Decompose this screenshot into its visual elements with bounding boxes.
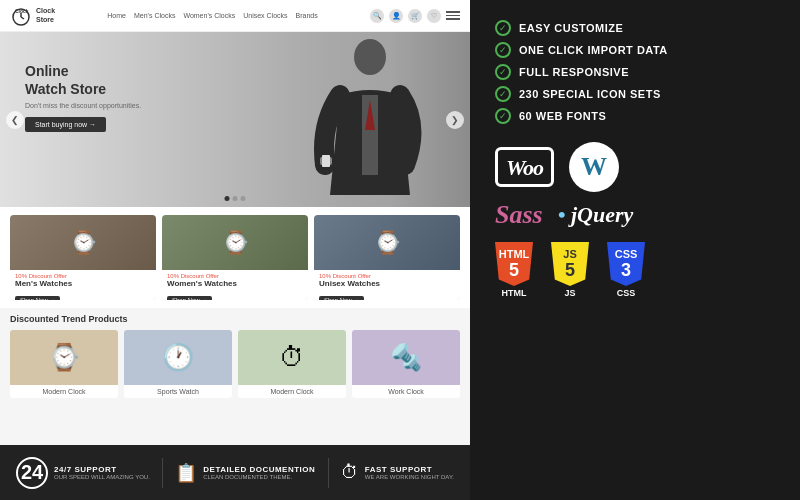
badges-row: HTML 5 HTML JS 5 JS CSS 3 CSS [495, 242, 775, 298]
support-feature: 24 24/7 SUPPORT OUR SPEED WILL AMAZING Y… [16, 457, 150, 489]
right-panel: ✓ EASY CUSTOMIZE ✓ ONE CLICK IMPORT DATA… [470, 0, 800, 500]
fastsupport-icon: ⏱ [341, 462, 359, 483]
womens-info: 10% Discount Offer Women's Watches Shop … [162, 270, 308, 300]
cart-icon[interactable]: 🛒 [408, 9, 422, 23]
mens-info: 10% Discount Offer Men's Watches Shop No… [10, 270, 156, 300]
nav-womens[interactable]: Women's Clocks [183, 12, 235, 19]
search-icon[interactable]: 🔍 [370, 9, 384, 23]
tech-logos: Woo W Sass • jQuery HTML 5 HTML [495, 142, 775, 298]
hero-person [290, 32, 450, 207]
hero-dot-1[interactable] [225, 196, 230, 201]
divider-1 [162, 458, 163, 488]
js-badge: JS 5 JS [551, 242, 589, 298]
categories-section: ⌚ 10% Discount Offer Men's Watches Shop … [0, 207, 470, 308]
feature-4: ✓ 60 WEB FONTS [495, 108, 775, 124]
hero-text: OnlineWatch Store Don't miss the discoun… [25, 62, 141, 132]
category-unisex: ⌚ 10% Discount Offer Unisex Watches Shop… [314, 215, 460, 300]
product-2-image: ⏱ [238, 330, 346, 385]
menu-icon[interactable] [446, 11, 460, 20]
feature-label-4: 60 WEB FONTS [519, 110, 606, 122]
hero-section: OnlineWatch Store Don't miss the discoun… [0, 32, 470, 207]
css3-shape: CSS 3 [607, 242, 645, 286]
nav-brands[interactable]: Brands [296, 12, 318, 19]
html5-shape: HTML 5 [495, 242, 533, 286]
docs-sub: CLEAN DOCUMENTED THEME. [203, 474, 315, 480]
sass-logo: Sass [495, 200, 543, 230]
feature-label-3: 230 SPECIAL ICON SETS [519, 88, 661, 100]
docs-icon: 📋 [175, 462, 197, 484]
logo: Clock Clock Store [10, 5, 55, 27]
product-1-name: Sports Watch [128, 388, 228, 395]
feature-list: ✓ EASY CUSTOMIZE ✓ ONE CLICK IMPORT DATA… [495, 20, 775, 124]
womens-image: ⌚ [162, 215, 308, 270]
woocommerce-logo: Woo [495, 147, 554, 187]
product-3-image: 🔩 [352, 330, 460, 385]
css3-badge: CSS 3 CSS [607, 242, 645, 298]
clock-logo-icon: Clock [10, 5, 32, 27]
hero-next-button[interactable]: ❯ [446, 111, 464, 129]
hero-indicators [225, 196, 246, 201]
svg-point-4 [354, 39, 386, 75]
womens-shop-button[interactable]: Shop Now → [167, 296, 212, 301]
unisex-image: ⌚ [314, 215, 460, 270]
fastsupport-feature: ⏱ FAST SUPPORT WE ARE WORKING NIGHT DAY. [341, 462, 454, 483]
check-icon-1: ✓ [495, 42, 511, 58]
product-0: ⌚ Modern Clock [10, 330, 118, 398]
nav-actions: 🔍 👤 🛒 ♡ [370, 9, 460, 23]
person-silhouette [310, 35, 430, 205]
docs-text: DETAILED DOCUMENTION CLEAN DOCUMENTED TH… [203, 465, 315, 480]
navigation: Clock Clock Store Home Men's Clocks Wome… [0, 0, 470, 32]
js-shape: JS 5 [551, 242, 589, 286]
product-0-name: Modern Clock [14, 388, 114, 395]
feature-3: ✓ 230 SPECIAL ICON SETS [495, 86, 775, 102]
hero-prev-button[interactable]: ❮ [6, 111, 24, 129]
product-3-name: Work Clock [356, 388, 456, 395]
css3-label: CSS [617, 288, 636, 298]
nav-unisex[interactable]: Unisex Clocks [243, 12, 287, 19]
products-section-title: Discounted Trend Products [10, 314, 460, 324]
unisex-name: Unisex Watches [319, 279, 455, 288]
fastsupport-sub: WE ARE WORKING NIGHT DAY. [365, 474, 454, 480]
woo-wp-row: Woo W [495, 142, 775, 192]
hero-dot-2[interactable] [233, 196, 238, 201]
bottom-bar: 24 24/7 SUPPORT OUR SPEED WILL AMAZING Y… [0, 445, 470, 500]
unisex-shop-button[interactable]: Shop Now → [319, 296, 364, 301]
mens-shop-button[interactable]: Shop Now → [15, 296, 60, 301]
products-row: ⌚ Modern Clock 🕐 Sports Watch ⏱ Modern C… [10, 330, 460, 398]
product-0-image: ⌚ [10, 330, 118, 385]
wordpress-logo: W [569, 142, 619, 192]
svg-rect-8 [322, 155, 330, 167]
fastsupport-title: FAST SUPPORT [365, 465, 454, 474]
24-icon: 24 [16, 457, 48, 489]
check-icon-3: ✓ [495, 86, 511, 102]
product-2: ⏱ Modern Clock [238, 330, 346, 398]
feature-0: ✓ EASY CUSTOMIZE [495, 20, 775, 36]
feature-2: ✓ FULL RESPONSIVE [495, 64, 775, 80]
feature-label-0: EASY CUSTOMIZE [519, 22, 623, 34]
user-icon[interactable]: 👤 [389, 9, 403, 23]
feature-label-1: ONE CLICK IMPORT DATA [519, 44, 668, 56]
hero-dot-3[interactable] [241, 196, 246, 201]
mens-name: Men's Watches [15, 279, 151, 288]
category-womens: ⌚ 10% Discount Offer Women's Watches Sho… [162, 215, 308, 300]
mens-image: ⌚ [10, 215, 156, 270]
feature-label-2: FULL RESPONSIVE [519, 66, 629, 78]
nav-links: Home Men's Clocks Women's Clocks Unisex … [63, 12, 362, 19]
html5-badge: HTML 5 HTML [495, 242, 533, 298]
product-3: 🔩 Work Clock [352, 330, 460, 398]
support-text: 24/7 SUPPORT OUR SPEED WILL AMAZING YOU. [54, 465, 150, 480]
sass-jquery-row: Sass • jQuery [495, 200, 775, 230]
hero-cta-button[interactable]: Start buying now → [25, 117, 106, 132]
nav-mens[interactable]: Men's Clocks [134, 12, 175, 19]
nav-home[interactable]: Home [107, 12, 126, 19]
hero-subtitle: Don't miss the discount opportunities. [25, 102, 141, 109]
support-sub: OUR SPEED WILL AMAZING YOU. [54, 474, 150, 480]
js-label: JS [564, 288, 575, 298]
check-icon-0: ✓ [495, 20, 511, 36]
heart-icon[interactable]: ♡ [427, 9, 441, 23]
html5-label: HTML [502, 288, 527, 298]
womens-name: Women's Watches [167, 279, 303, 288]
fastsupport-text: FAST SUPPORT WE ARE WORKING NIGHT DAY. [365, 465, 454, 480]
product-1-image: 🕐 [124, 330, 232, 385]
docs-feature: 📋 DETAILED DOCUMENTION CLEAN DOCUMENTED … [175, 462, 315, 484]
